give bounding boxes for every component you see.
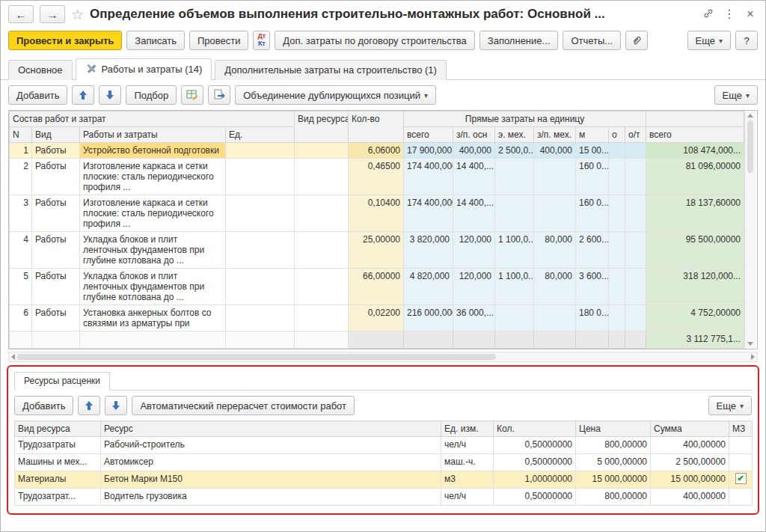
resources-add-button[interactable]: Добавить	[14, 396, 73, 415]
cell-o[interactable]	[609, 269, 625, 305]
cell-total[interactable]: 4 752,00000	[646, 305, 744, 331]
resources-table-row[interactable]: МатериалыБетон Марки М150м31,0000000015 …	[15, 471, 753, 489]
cell-sum[interactable]: 400,00000	[651, 437, 729, 454]
cell-m[interactable]: 160 0...	[576, 195, 609, 232]
cell-total-unit[interactable]: 174 400,000	[404, 195, 453, 232]
cell-resource-name[interactable]: Автомиксер	[101, 454, 441, 471]
col-resource-type[interactable]: Вид ресурса	[295, 111, 349, 143]
cell-resource-type[interactable]: Материалы	[15, 471, 101, 489]
cell-unit[interactable]: чел/ч	[441, 437, 494, 454]
cell-total[interactable]: 108 474,000...	[646, 143, 744, 159]
cell-o[interactable]	[609, 159, 625, 195]
col-qty[interactable]: Кол.	[494, 421, 576, 437]
cell-zp-meh[interactable]: 80,000	[534, 232, 576, 269]
resources-move-up-button[interactable]	[78, 396, 100, 415]
col-total-unit[interactable]: всего	[404, 127, 453, 143]
works-table-row[interactable]: 2РаботыИзготовление каркаса и сетки плос…	[10, 159, 744, 195]
col-kind[interactable]: Вид	[32, 127, 80, 143]
cell-resource-type[interactable]: Трудозатраты	[15, 437, 101, 454]
col-quantity[interactable]: Кол-во	[349, 111, 404, 143]
more-button[interactable]: Еще ▾	[687, 31, 731, 50]
col-zp-osn[interactable]: з/п. осн	[453, 127, 495, 143]
cell-n[interactable]: 2	[10, 159, 32, 195]
cell-n[interactable]: 6	[10, 305, 32, 331]
col-unit[interactable]: Ед. изм.	[441, 421, 494, 437]
cell-unit[interactable]	[226, 159, 295, 195]
works-table-row[interactable]: 1РаботыУстройство бетонной подготовки6,0…	[10, 143, 744, 159]
cell-qty[interactable]: 1,00000000	[494, 471, 576, 489]
cell-ot[interactable]	[625, 269, 646, 305]
cell-zp-osn[interactable]: 14 400,...	[453, 159, 495, 195]
cell-o[interactable]	[609, 232, 625, 269]
cell-work-name[interactable]: Устройство бетонной подготовки	[80, 143, 226, 159]
cell-resource-type[interactable]: Машины и мех...	[15, 454, 101, 471]
tab-additional[interactable]: Дополнительные затраты на строительство …	[215, 60, 447, 80]
cell-ot[interactable]	[625, 143, 646, 159]
cell-mz[interactable]: ✔	[729, 471, 753, 489]
cell-work-name[interactable]: Укладка блоков и плит ленточных фундамен…	[80, 232, 226, 269]
resources-recalc-button[interactable]: Автоматический перерасчет стоимости рабо…	[132, 396, 355, 415]
cell-ot[interactable]	[625, 232, 646, 269]
cell-zp-osn[interactable]: 120,000	[453, 232, 495, 269]
cell-e-meh[interactable]	[495, 159, 534, 195]
cell-e-meh[interactable]	[495, 305, 534, 331]
menu-dots-icon[interactable]: ⋮	[722, 8, 737, 20]
cell-kind[interactable]: Работы	[32, 269, 80, 305]
cell-resource-type[interactable]	[295, 305, 349, 331]
cell-o[interactable]	[609, 305, 625, 331]
cell-qty[interactable]: 0,02200	[349, 305, 404, 331]
col-unit[interactable]: Ед.	[226, 127, 295, 143]
cell-qty[interactable]: 0,46500	[349, 159, 404, 195]
cell-zp-osn[interactable]: 36 000,...	[453, 305, 495, 331]
group-direct-costs[interactable]: Прямые затраты на единицу	[404, 111, 646, 127]
cell-resource-type[interactable]	[295, 232, 349, 269]
works-table-row[interactable]: 5РаботыУкладка блоков и плит ленточных ф…	[10, 269, 744, 305]
dtkt-button[interactable]: Дт Кт	[253, 31, 270, 50]
fill-button[interactable]: Заполнение...	[479, 31, 559, 50]
cell-m[interactable]: 180 0...	[576, 305, 609, 331]
cell-total-unit[interactable]: 17 900,000	[404, 143, 453, 159]
forward-button[interactable]: →	[40, 5, 65, 23]
cell-n[interactable]: 5	[10, 269, 32, 305]
col-zp-meh[interactable]: з/п. мех.	[534, 127, 576, 143]
cell-resource-name[interactable]: Бетон Марки М150	[101, 471, 441, 489]
cell-resource-name[interactable]: Рабочий-строитель	[101, 437, 441, 454]
works-table-row[interactable]: 3РаботыИзготовление каркаса и сетки плос…	[10, 195, 744, 232]
cell-qty[interactable]: 0,10400	[349, 195, 404, 232]
scroll-down-icon[interactable]	[747, 342, 753, 346]
cell-mz[interactable]	[729, 454, 753, 471]
cell-kind[interactable]: Работы	[32, 195, 80, 232]
cell-price[interactable]: 5 000,00000	[576, 454, 651, 471]
cell-qty[interactable]: 66,00000	[349, 269, 404, 305]
cell-o[interactable]	[609, 143, 625, 159]
col-e-meh[interactable]: э. мех.	[495, 127, 534, 143]
cell-unit[interactable]	[226, 195, 295, 232]
works-table-row[interactable]: 4РаботыУкладка блоков и плит ленточных ф…	[10, 232, 744, 269]
cell-sum[interactable]: 15 000,00000	[651, 471, 729, 489]
cell-zp-osn[interactable]: 400,000	[453, 143, 495, 159]
tab-works[interactable]: Работы и затраты (14)	[76, 58, 212, 80]
cell-total-unit[interactable]: 174 400,000	[404, 159, 453, 195]
works-refill-button[interactable]	[208, 85, 230, 105]
help-button[interactable]: ?	[735, 31, 758, 50]
cell-m[interactable]: 2 600...	[576, 232, 609, 269]
cell-unit[interactable]: м3	[441, 471, 494, 489]
cell-n[interactable]: 4	[10, 232, 32, 269]
cell-work-name[interactable]: Укладка блоков и плит ленточных фундамен…	[80, 269, 226, 305]
cell-total[interactable]: 18 137,60000	[646, 195, 744, 232]
attachments-button[interactable]	[625, 31, 648, 50]
cell-n[interactable]: 3	[10, 195, 32, 232]
cell-zp-osn[interactable]: 120,000	[453, 269, 495, 305]
cell-resource-name[interactable]: Водитель грузовика	[101, 489, 441, 506]
cell-zp-meh[interactable]	[534, 305, 576, 331]
cell-unit[interactable]: маш.-ч.	[441, 454, 494, 471]
vertical-scrollbar[interactable]	[744, 111, 756, 349]
works-pick-button[interactable]: Подбор	[126, 85, 177, 105]
cell-qty[interactable]: 6,06000	[349, 143, 404, 159]
cell-total[interactable]: 318 120,000...	[646, 269, 744, 305]
cell-zp-osn[interactable]: 14 400,...	[453, 195, 495, 232]
col-price[interactable]: Цена	[576, 421, 651, 437]
cell-resource-type[interactable]	[295, 195, 349, 232]
cell-qty[interactable]: 0,50000000	[494, 489, 576, 506]
cell-work-name[interactable]: Установка анкерных болтов со связями из …	[80, 305, 226, 331]
